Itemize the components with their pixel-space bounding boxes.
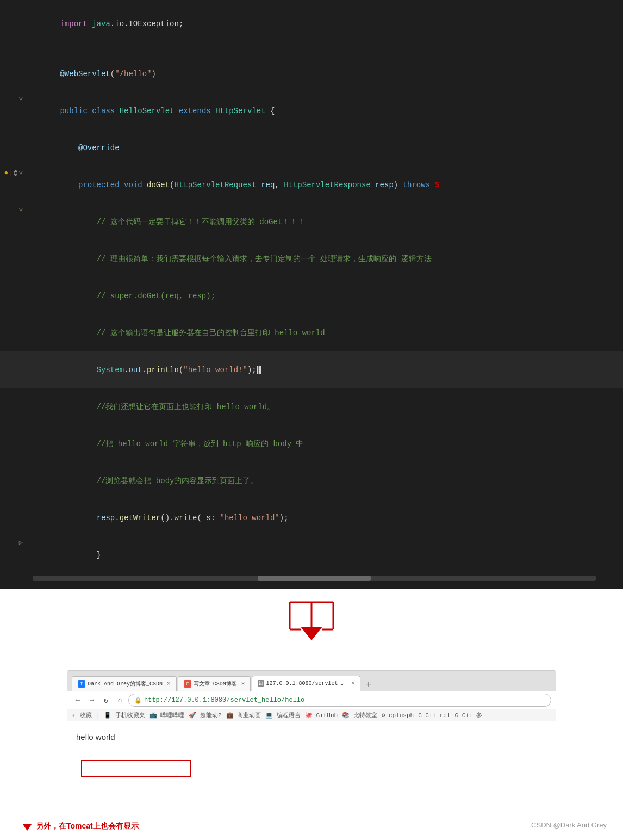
browser-window: T Dark And Grey的博客_CSDN × C 写文章-CSDN博客 ×… [67,670,556,799]
scrollbar-thumb[interactable] [258,576,370,581]
code-content: protected void doGet(HttpServletRequest … [27,167,623,203]
new-tab-button[interactable]: + [362,679,376,691]
annotation-text: 另外，在Tomcat上也会有显示 [36,822,139,831]
bookmark-divider: | [96,712,100,719]
red-bracket-svg [76,758,239,785]
code-line: // 理由很简单：我们需要根据每个输入请求，去专门定制的一个 处理请求，生成响应… [0,240,623,277]
svg-marker-1 [301,627,322,640]
watermark: CSDN @Dark And Grey [531,821,607,829]
bookmark-biz[interactable]: 💼 商业动画 [226,711,261,719]
tab-label-1: Dark And Grey的博客_CSDN [88,680,163,688]
browser-wrapper: T Dark And Grey的博客_CSDN × C 写文章-CSDN博客 ×… [0,659,623,810]
code-content: //浏览器就会把 body的内容显示到页面上了。 [27,463,623,499]
line-gutter: ▽ [0,204,27,216]
tab-csdn-blog[interactable]: T Dark And Grey的博客_CSDN × [72,676,177,691]
tab-write-article[interactable]: C 写文章-CSDN博客 × [178,676,251,691]
bookmark-cpp1[interactable]: G C++ rel [418,712,450,719]
code-editor: import java.io.IOException; @WebServlet(… [0,0,623,589]
bookmark-super[interactable]: 🚀 超能动? [189,711,221,719]
code-line: // 这个输出语句是让服务器在自己的控制台里打印 hello world [0,314,623,351]
svg-marker-9 [23,824,32,831]
url-text: http://127.0.0.1:8080/servlet_hello/hell… [144,696,304,704]
tab-close-3[interactable]: × [351,680,355,687]
code-line: ▽ // 这个代码一定要干掉它！！不能调用父类的 doGet！！！ [0,203,623,240]
code-content: import java.io.IOException; [27,6,623,42]
fold-icon[interactable]: ▽ [19,167,23,179]
tomcat-annotation: 另外，在Tomcat上也会有显示 [22,821,601,832]
forward-button[interactable]: → [86,694,98,706]
code-line: //浏览器就会把 body的内容显示到页面上了。 [0,462,623,499]
code-content: //我们还想让它在页面上也能打印 hello world。 [27,389,623,425]
code-content: //把 hello world 字符串，放到 http 响应的 body 中 [27,426,623,462]
annotation-section: 另外，在Tomcat上也会有显示 [0,810,623,840]
refresh-button[interactable]: ↻ [100,694,112,706]
code-line-println: System.out.println("hello world!");| [0,351,623,388]
bookmark-cpp2[interactable]: G C++ 参 [455,711,483,719]
tab-label-3: 127.0.0.1:8080/servlet_hello... [266,681,346,687]
browser-annotation [76,758,547,788]
line-gutter: ●| @ ▽ [0,167,27,179]
code-line: //我们还想让它在页面上也能打印 hello world。 [0,388,623,425]
code-content: // 这个输出语句是让服务器在自己的控制台里打印 hello world [27,315,623,351]
tab-close-2[interactable]: × [241,681,245,687]
annotation-arrow-icon [22,821,33,832]
bookmark-bilibili[interactable]: 📺 哔哩哔哩 [149,711,185,719]
code-line: import java.io.IOException; [0,5,623,42]
code-line: @Override [0,129,623,166]
svg-rect-8 [82,761,190,777]
tab-localhost[interactable]: 🖼 127.0.0.1:8080/servlet_hello... × [252,676,360,691]
code-content: System.out.println("hello world!");| [27,352,623,388]
line-gutter: ▷ [0,537,27,549]
bookmark-code[interactable]: 💻 编程语言 [265,711,301,719]
code-content: // 这个代码一定要干掉它！！不能调用父类的 doGet！！！ [27,204,623,240]
bookmark-bitclass[interactable]: 📚 比特教室 [342,711,377,719]
browser-toolbar: ← → ↻ ⌂ 🔒 http://127.0.0.1:8080/servlet_… [67,691,556,709]
code-content: resp.getWriter().write( s: "hello world"… [27,500,623,536]
code-line: //把 hello world 字符串，放到 http 响应的 body 中 [0,425,623,462]
code-line-doget: ●| @ ▽ protected void doGet(HttpServletR… [0,166,623,203]
code-line: // super.doGet(req, resp); [0,277,623,314]
bookmark-cplusplus[interactable]: ⚙ cplusph [382,712,414,719]
code-line: @WebServlet("/hello") [0,55,623,92]
bookmark-mobile[interactable]: 📱 手机收藏夹 [104,711,145,719]
tab-favicon-2: C [184,680,191,688]
address-bar[interactable]: 🔒 http://127.0.0.1:8080/servlet_hello/he… [128,694,551,707]
code-content: } [27,537,623,573]
home-button[interactable]: ⌂ [114,694,126,706]
code-content: // 理由很简单：我们需要根据每个输入请求，去专门定制的一个 处理请求，生成响应… [27,241,623,277]
code-content: @Override [27,130,623,166]
bookmarks-star: ★ [72,712,76,719]
bookmark-github[interactable]: 🐙 GitHub [305,712,338,719]
code-content [27,43,623,55]
tab-favicon-1: T [78,680,85,688]
browser-content: hello world [67,721,556,799]
browser-bookmarks: ★ 收藏 | 📱 手机收藏夹 📺 哔哩哔哩 🚀 超能动? 💼 商业动画 💻 编程… [67,709,556,721]
tab-close-1[interactable]: × [167,681,171,687]
code-line [0,42,623,55]
browser-tabs: T Dark And Grey的博客_CSDN × C 写文章-CSDN博客 ×… [67,671,556,691]
code-line: ▽ public class HelloServlet extends Http… [0,92,623,129]
fold-icon[interactable]: ▷ [19,537,23,549]
browser-hello-world: hello world [76,732,547,742]
fold-icon[interactable]: ▽ [19,93,23,105]
tab-label-2: 写文章-CSDN博客 [194,680,237,688]
code-line: resp.getWriter().write( s: "hello world"… [0,499,623,536]
line-gutter: ▽ [0,93,27,105]
tab-favicon-3: 🖼 [258,680,264,687]
code-line: ▷ } [0,536,623,573]
code-content: // super.doGet(req, resp); [27,278,623,314]
lock-icon: 🔒 [134,697,142,704]
down-arrow [279,600,344,648]
horizontal-scrollbar[interactable] [33,576,596,581]
code-content: public class HelloServlet extends HttpSe… [27,93,623,129]
bookmark-label: 收藏 [80,711,92,719]
code-content: @WebServlet("/hello") [27,56,623,92]
arrow-section [0,589,623,659]
fold-icon[interactable]: ▽ [19,204,23,216]
back-button[interactable]: ← [72,694,84,706]
